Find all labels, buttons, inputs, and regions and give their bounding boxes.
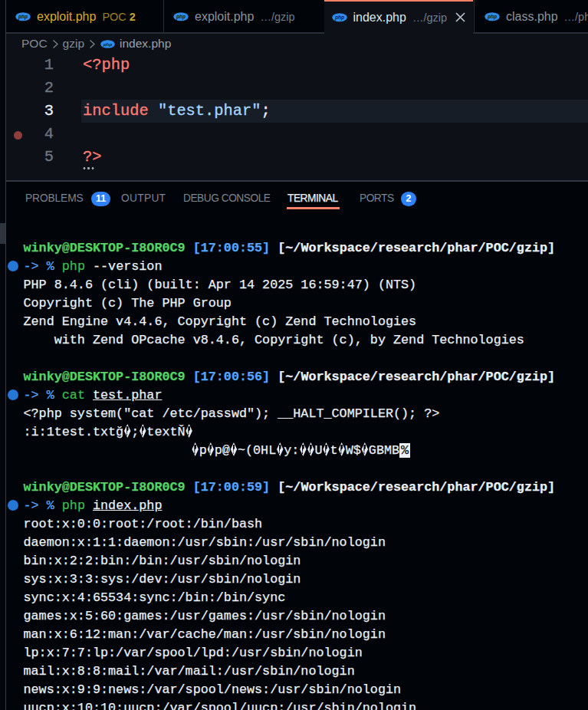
svg-text:php: php: [487, 14, 497, 20]
svg-text:php: php: [103, 41, 113, 46]
svg-text:php: php: [18, 14, 28, 20]
svg-text:php: php: [334, 15, 344, 21]
svg-text:php: php: [176, 14, 186, 20]
